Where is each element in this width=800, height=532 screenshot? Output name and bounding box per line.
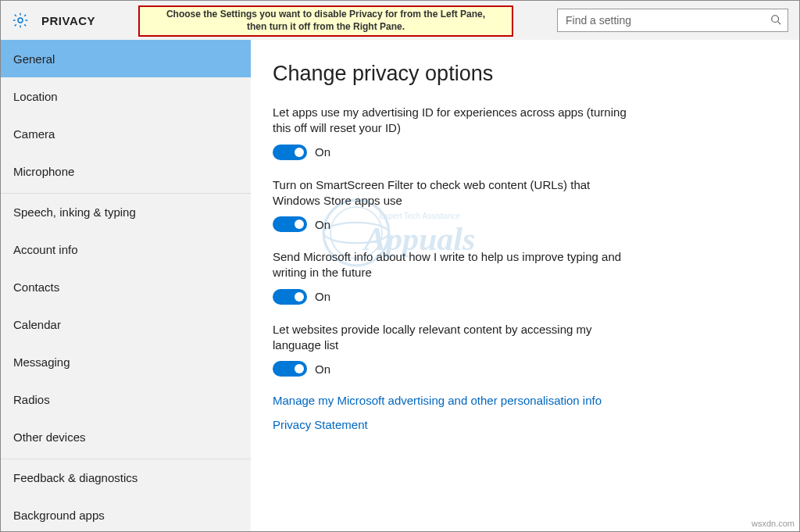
svg-point-0 <box>18 18 23 23</box>
toggle-state-label: On <box>315 218 330 231</box>
sidebar-item-label: Other devices <box>13 430 86 444</box>
sidebar-item-feedback-diagnostics[interactable]: Feedback & diagnostics <box>1 459 251 496</box>
sidebar-item-camera[interactable]: Camera <box>1 115 251 152</box>
toggle-row: On <box>273 361 632 377</box>
sidebar-item-other-devices[interactable]: Other devices <box>1 418 251 455</box>
sidebar-item-label: Calendar <box>13 318 61 331</box>
page-heading: Change privacy options <box>273 62 784 86</box>
sidebar-item-label: Contacts <box>13 280 59 294</box>
sidebar-item-label: Radios <box>13 393 50 406</box>
setting-description: Let apps use my advertising ID for exper… <box>273 105 632 137</box>
setting-block: Let websites provide locally relevant co… <box>273 322 632 377</box>
content-link[interactable]: Privacy Statement <box>273 418 784 431</box>
instruction-callout: Choose the Settings you want to disable … <box>138 5 513 37</box>
toggle-state-label: On <box>315 362 330 376</box>
header-title: PRIVACY <box>41 14 95 27</box>
sidebar-item-label: Location <box>13 90 58 103</box>
setting-block: Send Microsoft info about how I write to… <box>273 249 632 305</box>
sidebar-item-label: Account info <box>13 243 78 256</box>
toggle-row: On <box>273 289 632 305</box>
sidebar-item-account-info[interactable]: Account info <box>1 230 251 268</box>
search-icon[interactable] <box>764 14 788 27</box>
sidebar-item-calendar[interactable]: Calendar <box>1 305 251 343</box>
toggle-row: On <box>273 216 632 232</box>
sidebar-item-label: Camera <box>13 127 55 141</box>
setting-description: Let websites provide locally relevant co… <box>273 322 632 354</box>
gear-icon <box>12 12 29 29</box>
content-pane: Change privacy options Let apps use my a… <box>251 40 799 531</box>
svg-point-1 <box>772 15 779 22</box>
setting-description: Turn on SmartScreen Filter to check web … <box>273 177 632 209</box>
toggle-switch[interactable] <box>273 216 307 232</box>
sidebar-item-contacts[interactable]: Contacts <box>1 268 251 305</box>
sidebar-item-radios[interactable]: Radios <box>1 380 251 418</box>
search-input[interactable] <box>558 14 764 27</box>
sidebar-item-label: Microphone <box>13 165 74 178</box>
setting-block: Let apps use my advertising ID for exper… <box>273 105 632 160</box>
toggle-switch[interactable] <box>273 289 307 305</box>
setting-description: Send Microsoft info about how I write to… <box>273 249 632 281</box>
sidebar-item-microphone[interactable]: Microphone <box>1 152 251 190</box>
setting-block: Turn on SmartScreen Filter to check web … <box>273 177 632 233</box>
sidebar-item-label: Feedback & diagnostics <box>13 471 138 484</box>
search-box[interactable] <box>557 9 788 32</box>
sidebar: GeneralLocationCameraMicrophoneSpeech, i… <box>1 40 251 531</box>
content-link[interactable]: Manage my Microsoft advertising and othe… <box>273 394 784 407</box>
footer-watermark: wsxdn.com <box>752 519 795 528</box>
sidebar-item-location[interactable]: Location <box>1 77 251 115</box>
toggle-switch[interactable] <box>273 361 307 377</box>
sidebar-item-speech-inking-typing[interactable]: Speech, inking & typing <box>1 193 251 230</box>
sidebar-item-label: Messaging <box>13 355 70 369</box>
sidebar-item-label: General <box>13 52 55 66</box>
sidebar-item-general[interactable]: General <box>1 40 251 77</box>
toggle-state-label: On <box>315 145 330 159</box>
toggle-row: On <box>273 145 632 160</box>
svg-line-2 <box>778 21 781 24</box>
toggle-switch[interactable] <box>273 145 307 160</box>
sidebar-item-label: Speech, inking & typing <box>13 205 136 219</box>
sidebar-item-label: Background apps <box>13 509 105 522</box>
sidebar-item-messaging[interactable]: Messaging <box>1 343 251 380</box>
toggle-state-label: On <box>315 290 330 303</box>
sidebar-item-background-apps[interactable]: Background apps <box>1 496 251 531</box>
